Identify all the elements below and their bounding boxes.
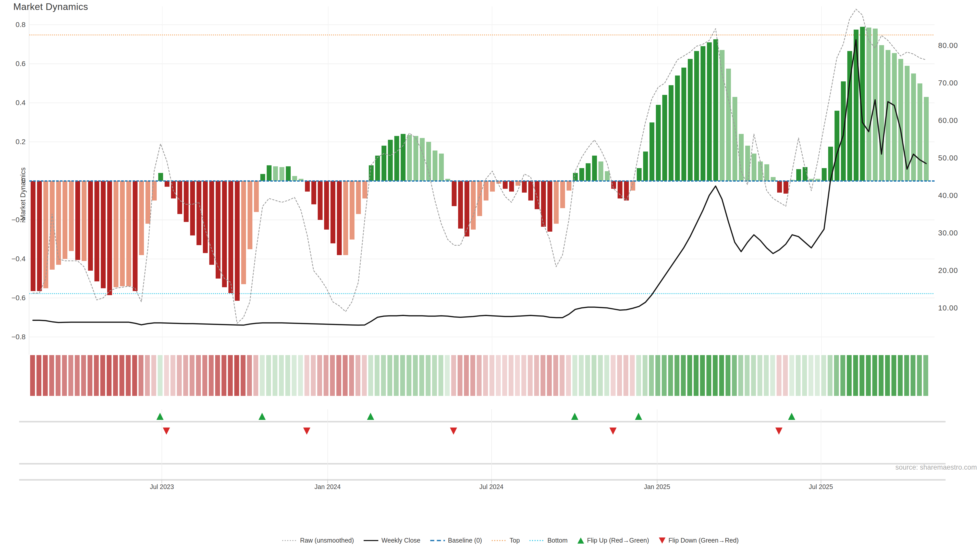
heatmap-cell <box>834 355 839 396</box>
heatmap-cell <box>898 355 903 396</box>
heatmap-cell <box>509 355 514 396</box>
legend-label: Weekly Close <box>382 537 420 544</box>
heatmap-cell <box>119 355 124 396</box>
heatmap-cell <box>859 355 864 396</box>
heatmap-cell <box>853 355 858 396</box>
legend: Raw (unsmoothed)Weekly CloseBaseline (0)… <box>282 537 739 544</box>
right-axis-tick-label: 10.00 <box>938 304 958 312</box>
flip-down-marker <box>450 427 457 435</box>
heatmap-cell <box>821 355 826 396</box>
heatmap-cell <box>419 355 424 396</box>
heatmap-cell <box>164 355 169 396</box>
heatmap-cell <box>681 355 686 396</box>
x-axis-tick <box>328 480 328 483</box>
flip-down-marker <box>163 427 170 435</box>
heatmap-cell <box>675 355 679 396</box>
right-axis-tick-label: 60.00 <box>938 116 958 125</box>
heatmap-cell <box>872 355 877 396</box>
momentum-heatmap-strip <box>29 355 934 396</box>
heatmap-cell <box>579 355 584 396</box>
legend-item-flip_down: Flip Down (Green→Red) <box>659 537 738 544</box>
legend-item-top: Top <box>492 537 520 544</box>
heatmap-cell <box>687 355 692 396</box>
heatmap-cell <box>241 355 245 396</box>
heatmap-cell <box>336 355 341 396</box>
heatmap-cell <box>451 355 456 396</box>
heatmap-cell <box>840 355 845 396</box>
heatmap-cell <box>885 355 890 396</box>
heatmap-cell <box>94 355 99 396</box>
flip-up-marker <box>571 413 578 420</box>
heatmap-cell <box>573 355 577 396</box>
heatmap-cell <box>88 355 92 396</box>
heatmap-cell <box>757 355 762 396</box>
heatmap-cell <box>630 355 635 396</box>
left-axis-tick-label: 0 <box>0 177 25 185</box>
heatmap-cell <box>438 355 443 396</box>
legend-item-flip_up: Flip Up (Red→Green) <box>577 537 649 544</box>
heatmap-cell <box>445 355 450 396</box>
heatmap-cell <box>725 355 730 396</box>
heatmap-cell <box>56 355 60 396</box>
heatmap-cell <box>375 355 380 396</box>
top-line-icon <box>492 539 507 542</box>
heatmap-cell <box>298 355 303 396</box>
x-axis-tick-label: Jul 2023 <box>150 483 174 491</box>
legend-label: Top <box>510 537 520 544</box>
panel-v-gridline <box>491 409 492 479</box>
heatmap-cell <box>911 355 915 396</box>
flip-up-marker <box>788 413 795 420</box>
heatmap-cell <box>432 355 437 396</box>
heatmap-cell <box>362 355 367 396</box>
heatmap-cell <box>808 355 813 396</box>
heatmap-cell <box>279 355 284 396</box>
right-axis-tick-label: 30.00 <box>938 229 958 237</box>
heatmap-cell <box>789 355 794 396</box>
heatmap-cell <box>668 355 673 396</box>
heatmap-cell <box>534 355 539 396</box>
flip-down-marker <box>775 427 783 435</box>
flip-up-marker <box>367 413 374 420</box>
heatmap-cell <box>304 355 309 396</box>
heatmap-cell <box>381 355 386 396</box>
heatmap-cell <box>502 355 507 396</box>
heatmap-cell <box>617 355 622 396</box>
line-layer <box>29 6 935 354</box>
heatmap-cell <box>209 355 213 396</box>
x-axis-tick-label: Jul 2025 <box>809 483 833 491</box>
heatmap-cell <box>177 355 182 396</box>
heatmap-cell <box>496 355 501 396</box>
left-axis-tick-label: −0.8 <box>0 333 25 341</box>
legend-item-bottom: Bottom <box>530 537 568 544</box>
weekly-close-line <box>33 40 926 325</box>
panel-v-gridline <box>657 409 657 479</box>
heatmap-cell <box>62 355 67 396</box>
panel-separator <box>19 421 945 422</box>
heatmap-cell <box>37 355 41 396</box>
flip-up-marker <box>156 413 164 420</box>
x-axis-tick <box>657 480 657 483</box>
heatmap-cell <box>719 355 724 396</box>
heatmap-cell <box>624 355 628 396</box>
legend-label: Flip Up (Red→Green) <box>587 537 649 544</box>
heatmap-cell <box>221 355 226 396</box>
heatmap-cell <box>266 355 271 396</box>
heatmap-cell <box>43 355 48 396</box>
flip-down-marker <box>609 427 617 435</box>
heatmap-cell <box>196 355 201 396</box>
heatmap-cell <box>477 355 482 396</box>
x-axis-tick-label: Jan 2024 <box>314 483 341 491</box>
legend-item-raw: Raw (unsmoothed) <box>282 537 354 544</box>
heatmap-cell <box>349 355 354 396</box>
panel-v-gridline <box>821 409 821 479</box>
left-axis-tick-label: 0.2 <box>0 138 25 146</box>
baseline-line-icon <box>430 539 445 542</box>
legend-label: Baseline (0) <box>448 537 482 544</box>
right-axis-tick-label: 70.00 <box>938 79 958 87</box>
heatmap-cell <box>202 355 207 396</box>
heatmap-cell <box>138 355 143 396</box>
heatmap-cell <box>847 355 852 396</box>
heatmap-cell <box>400 355 405 396</box>
heatmap-cell <box>49 355 54 396</box>
heatmap-cell <box>368 355 373 396</box>
